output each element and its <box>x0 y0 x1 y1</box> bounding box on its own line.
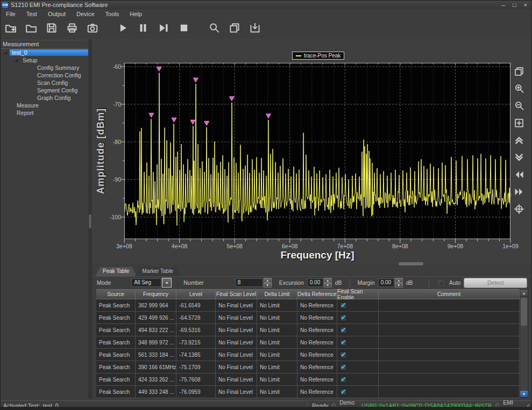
mode-dropdown[interactable]: All Seg ▼ <box>131 278 172 287</box>
table-scrollbar[interactable]: ▲ ▼ <box>520 289 528 398</box>
spin-up-icon[interactable]: ▲ <box>395 278 403 283</box>
fit-view-button[interactable] <box>512 116 526 130</box>
number-stepper[interactable]: 8 ▲▼ <box>235 278 272 287</box>
maximize-button[interactable]: □ <box>513 2 516 8</box>
menu-item-tools[interactable]: Tools <box>100 10 125 18</box>
tree-item-setup[interactable]: Setup <box>1 56 88 64</box>
tree-item-graph-config[interactable]: Graph Config <box>1 94 88 102</box>
margin-value[interactable]: 0.00 <box>378 278 394 287</box>
mode-value[interactable]: All Seg <box>131 278 161 287</box>
cell-level: -69.5316 <box>176 324 216 336</box>
menu-item-output[interactable]: Output <box>42 10 71 18</box>
cell-delta-limit: No Limit <box>257 336 297 349</box>
final-scan-enable-checkbox[interactable]: ✔ <box>340 376 347 383</box>
close-button[interactable]: × <box>524 2 527 8</box>
tree-item-segment-config[interactable]: Segment Config <box>1 87 88 94</box>
zoom-in-button[interactable] <box>512 81 526 96</box>
scroll-down-button[interactable]: ▼ <box>520 390 528 398</box>
final-scan-enable-checkbox[interactable]: ✔ <box>340 327 347 334</box>
zoom-out-button[interactable] <box>512 98 526 113</box>
open-file-button[interactable] <box>4 21 18 35</box>
open-folder-button[interactable] <box>24 21 38 35</box>
copy-button[interactable] <box>228 21 242 35</box>
tab-peak-table[interactable]: Peak Table <box>95 267 137 276</box>
tree-item-config-summary[interactable]: Config Summary <box>1 64 88 71</box>
spectrum-plot[interactable] <box>124 63 510 239</box>
excursion-spin-buttons[interactable]: ▲▼ <box>324 278 332 287</box>
menu-item-test[interactable]: Test <box>21 10 42 18</box>
auto-radio[interactable] <box>438 280 443 286</box>
final-scan-enable-checkbox[interactable]: ✔ <box>340 389 347 395</box>
pause-button[interactable] <box>136 21 150 35</box>
final-scan-enable-checkbox[interactable]: ✔ <box>340 314 347 321</box>
menu-item-file[interactable]: File <box>1 10 21 18</box>
table-row[interactable]: Peak Search429 499 926 ...-64.5728No Fin… <box>96 312 520 324</box>
column-header-delta-limit[interactable]: Delta Limit <box>257 289 297 299</box>
scrollbar-thumb[interactable] <box>521 298 527 326</box>
excursion-value[interactable]: 0.00 <box>307 278 323 287</box>
minimize-button[interactable]: – <box>502 2 505 8</box>
table-row[interactable]: Peak Search449 333 248 ...-76.0959No Fin… <box>96 386 520 398</box>
table-row[interactable]: Peak Search424 333 262 ...-75.7608No Fin… <box>96 373 520 386</box>
zoom-button[interactable] <box>207 21 221 35</box>
table-row[interactable]: Peak Search494 833 222 ...-69.5316No Fin… <box>96 324 520 336</box>
number-spin-buttons[interactable]: ▲▼ <box>264 278 272 287</box>
margin-stepper[interactable]: 0.00 ▲▼ <box>378 278 403 287</box>
final-scan-enable-checkbox[interactable]: ✔ <box>340 364 347 371</box>
stop-button[interactable] <box>177 21 191 35</box>
menu-item-device[interactable]: Device <box>71 10 100 18</box>
spin-down-icon[interactable]: ▼ <box>264 283 272 287</box>
table-row[interactable]: Peak Search390 166 61MHz-75.1709No Final… <box>96 361 520 373</box>
copy-graph-button[interactable] <box>512 64 526 78</box>
page-up-button[interactable] <box>512 133 526 147</box>
tab-marker-table[interactable]: Marker Table <box>134 267 181 276</box>
column-header-final-scan-level[interactable]: Final Scan Level <box>216 289 257 299</box>
print-button[interactable] <box>65 21 79 35</box>
spin-down-icon[interactable]: ▼ <box>324 283 332 287</box>
tree-item-correction-config[interactable]: Correction Config <box>1 71 88 79</box>
tree-item-report[interactable]: Report <box>1 109 88 117</box>
save-button[interactable] <box>45 21 59 35</box>
column-header-delta-reference[interactable]: Delta Reference <box>297 289 337 299</box>
tree-item-test-0[interactable]: test_0 <box>1 49 88 56</box>
menu-item-help[interactable]: Help <box>124 10 147 18</box>
tree-item-measure[interactable]: Measure <box>1 102 88 109</box>
table-row[interactable]: Peak Search561 333 184 ...-74.1385No Fin… <box>96 349 520 361</box>
number-value[interactable]: 8 <box>235 278 263 287</box>
tree-expander-icon[interactable] <box>15 59 18 62</box>
column-header-frequency[interactable]: Frequency <box>136 289 176 299</box>
margin-spin-buttons[interactable]: ▲▼ <box>395 278 403 287</box>
spin-up-icon[interactable]: ▲ <box>264 278 272 283</box>
scroll-up-button[interactable]: ▲ <box>520 290 528 297</box>
pan-left-button[interactable] <box>512 167 526 182</box>
single-step-button[interactable] <box>157 21 171 35</box>
mode-dropdown-button[interactable]: ▼ <box>162 278 172 287</box>
run-button[interactable] <box>116 21 130 35</box>
column-header-level[interactable]: Level <box>176 289 216 299</box>
vertical-splitter-handle[interactable] <box>89 214 91 228</box>
spin-up-icon[interactable]: ▲ <box>324 278 332 283</box>
column-header-final-scan-enable[interactable]: Final Scan Enable <box>337 289 379 299</box>
final-scan-enable-checkbox[interactable]: ✔ <box>340 351 347 358</box>
cell-source: Peak Search <box>96 299 136 312</box>
horizontal-splitter-handle[interactable] <box>399 262 423 265</box>
excursion-stepper[interactable]: 0.00 ▲▼ <box>307 278 332 287</box>
column-header-source[interactable]: Source <box>96 289 136 299</box>
detect-button[interactable]: Detect <box>464 278 527 288</box>
final-scan-enable-checkbox[interactable]: ✔ <box>340 302 347 309</box>
page-down-button[interactable] <box>512 150 526 164</box>
column-header-comment[interactable]: Comment <box>379 289 520 299</box>
final-scan-enable-checkbox[interactable]: ✔ <box>340 339 347 346</box>
export-button[interactable] <box>248 21 262 35</box>
cell-level: -64.5728 <box>176 312 216 324</box>
pan-right-button[interactable] <box>512 184 526 199</box>
tree-item-scan-config[interactable]: Scan Config <box>1 79 88 87</box>
table-row[interactable]: Peak Search362 999 964-61.6549No Final L… <box>96 299 520 312</box>
spin-down-icon[interactable]: ▼ <box>395 283 403 287</box>
screenshot-button[interactable] <box>86 21 100 35</box>
cell-final-scan-enable: ✔ <box>337 373 379 386</box>
vertical-splitter[interactable] <box>88 40 92 399</box>
table-row[interactable]: Peak Search348 999 972 ...-73.9215No Fin… <box>96 336 520 349</box>
center-crosshair-button[interactable] <box>512 202 526 216</box>
tree-expander-icon[interactable] <box>4 51 7 54</box>
